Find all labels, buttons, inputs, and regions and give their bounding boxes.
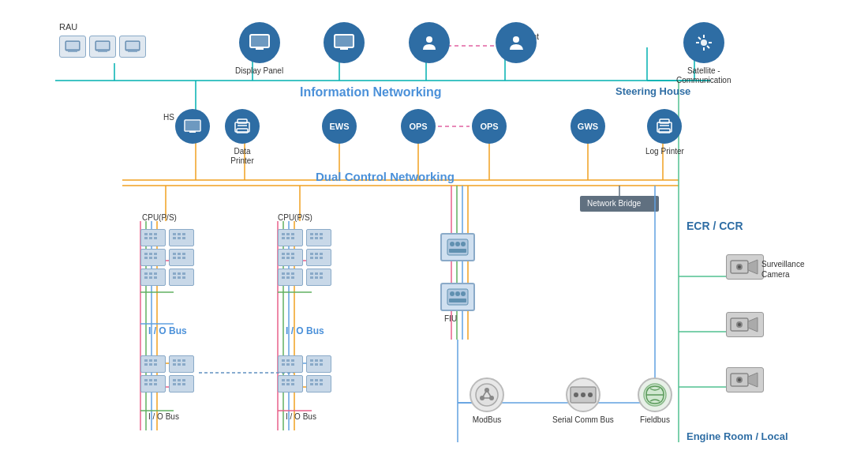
camera1-node (726, 254, 764, 280)
svg-rect-177 (320, 233, 323, 235)
svg-rect-159 (173, 379, 176, 381)
hs-node (175, 109, 210, 144)
svg-rect-192 (320, 257, 323, 259)
svg-rect-125 (144, 276, 148, 279)
diagram: RAU Display Panel Cli (0, 0, 868, 462)
svg-rect-65 (126, 42, 139, 49)
display-panel-node: Display Panel (235, 22, 283, 76)
cpu2-label: CPU(P/S) (278, 213, 312, 222)
svg-rect-142 (154, 359, 157, 362)
svg-rect-143 (154, 363, 157, 366)
svg-rect-196 (286, 272, 290, 275)
svg-rect-173 (310, 233, 313, 235)
info-networking-label: Information Networking (300, 85, 442, 100)
client-person1 (409, 22, 450, 63)
svg-point-269 (738, 378, 741, 381)
svg-rect-216 (310, 363, 313, 366)
svg-rect-92 (660, 119, 669, 123)
svg-rect-152 (144, 379, 148, 381)
io-right-top (278, 229, 331, 286)
ews-node: EWS (322, 109, 357, 144)
svg-rect-149 (182, 359, 185, 362)
svg-rect-182 (286, 253, 290, 255)
svg-rect-231 (315, 379, 318, 381)
io-left-bottom (140, 355, 194, 393)
io-right-bottom (278, 355, 331, 393)
svg-rect-101 (154, 237, 157, 239)
svg-rect-153 (144, 383, 148, 385)
svg-rect-185 (291, 257, 294, 259)
svg-rect-72 (335, 36, 353, 47)
fiu-node (440, 233, 475, 261)
svg-rect-96 (144, 233, 148, 235)
camera3-node (726, 367, 764, 393)
svg-rect-171 (291, 237, 294, 239)
svg-rect-119 (178, 253, 181, 255)
svg-rect-223 (282, 383, 285, 385)
svg-rect-202 (310, 276, 313, 279)
svg-rect-218 (315, 363, 318, 366)
svg-point-238 (461, 242, 466, 246)
svg-rect-114 (154, 253, 157, 255)
svg-rect-195 (282, 276, 285, 279)
svg-rect-107 (182, 233, 185, 235)
svg-rect-220 (320, 363, 323, 366)
svg-rect-108 (182, 237, 185, 239)
svg-rect-205 (320, 272, 323, 275)
svg-rect-213 (291, 363, 294, 366)
svg-rect-170 (291, 233, 294, 235)
svg-rect-129 (154, 276, 157, 279)
svg-rect-62 (96, 42, 109, 49)
svg-rect-208 (282, 359, 285, 362)
svg-marker-267 (748, 373, 758, 387)
svg-rect-239 (449, 249, 466, 253)
svg-rect-139 (144, 363, 148, 366)
data-printer-node: DataPrinter (225, 109, 260, 166)
svg-rect-222 (282, 379, 285, 381)
fiu-label: FIU (444, 314, 457, 323)
svg-rect-217 (315, 359, 318, 362)
svg-rect-161 (178, 379, 181, 381)
svg-rect-224 (286, 379, 290, 381)
svg-rect-164 (182, 383, 185, 385)
svg-rect-148 (178, 363, 181, 366)
svg-rect-156 (154, 379, 157, 381)
modbus-node: ModBus (470, 377, 504, 425)
svg-point-77 (701, 39, 707, 46)
steering-house-label: Steering House (615, 85, 690, 97)
svg-rect-140 (149, 359, 152, 362)
svg-rect-188 (310, 257, 313, 259)
svg-rect-133 (178, 272, 181, 275)
svg-point-241 (450, 291, 455, 296)
monitor-node (324, 22, 365, 63)
svg-rect-234 (320, 383, 323, 385)
svg-rect-230 (310, 383, 313, 385)
svg-rect-113 (149, 257, 152, 259)
io-bus-bottom-left-label: I / O Bus (148, 412, 179, 421)
svg-rect-160 (173, 383, 176, 385)
svg-rect-209 (282, 363, 285, 366)
svg-rect-88 (238, 119, 247, 123)
svg-rect-99 (149, 237, 152, 239)
svg-rect-111 (144, 257, 148, 259)
svg-rect-162 (178, 383, 181, 385)
ecr-ccr-label: ECR / CCR (687, 220, 743, 232)
svg-rect-199 (291, 276, 294, 279)
svg-rect-166 (282, 233, 285, 235)
svg-rect-197 (286, 276, 290, 279)
svg-rect-191 (320, 253, 323, 255)
client-person2 (496, 22, 537, 63)
svg-rect-100 (154, 233, 157, 235)
svg-rect-244 (449, 299, 466, 302)
svg-rect-60 (68, 51, 77, 52)
svg-rect-66 (128, 51, 137, 52)
svg-rect-201 (310, 272, 313, 275)
svg-rect-112 (149, 253, 152, 255)
svg-rect-155 (149, 383, 152, 385)
svg-rect-93 (659, 129, 670, 133)
camera1-label: SurveillanceCamera (761, 259, 804, 280)
svg-rect-136 (182, 276, 185, 279)
svg-rect-198 (291, 272, 294, 275)
svg-point-245 (476, 384, 498, 406)
svg-rect-175 (315, 233, 318, 235)
